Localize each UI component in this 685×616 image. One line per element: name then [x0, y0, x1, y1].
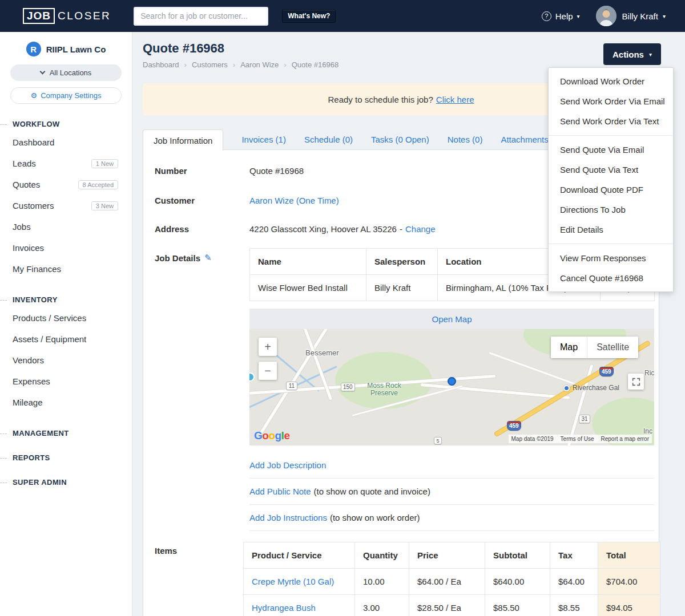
add-public-note-link[interactable]: Add Public Note	[249, 487, 311, 496]
quick-add-rows: Add Job Description Add Public Note (to …	[249, 452, 654, 531]
zoom-in-button[interactable]: +	[259, 338, 277, 356]
add-public-note-row: Add Public Note (to show on quote and in…	[249, 479, 654, 505]
sidebar-item-assets-equipment[interactable]: Assets / Equipment	[0, 329, 132, 350]
menu-item-send-quote-email[interactable]: Send Quote Via Email	[549, 140, 673, 160]
menu-item-send-work-order-email[interactable]: Send Work Order Via Email	[549, 91, 673, 111]
terms-of-use-link[interactable]: Terms of Use	[561, 436, 594, 442]
menu-item-view-form-responses[interactable]: View Form Responses	[549, 248, 673, 268]
item-subtotal: $85.50	[485, 595, 550, 616]
google-map[interactable]: Bessemer Moss Rock Preserve Riverchase G…	[249, 329, 654, 445]
chevron-down-icon: ▾	[649, 51, 652, 58]
sidebar-item-customers[interactable]: Customers 3 New	[0, 195, 132, 216]
section-reports[interactable]: REPORTS	[0, 453, 132, 462]
add-job-description-link[interactable]: Add Job Description	[249, 460, 326, 470]
customer-link[interactable]: Aaron Wize (One Time)	[249, 196, 339, 205]
tab-tasks[interactable]: Tasks (0 Open)	[371, 135, 429, 144]
count-badge: 1 New	[91, 159, 118, 168]
item-product-link[interactable]: Crepe Myrtle (10 Gal)	[252, 577, 334, 586]
map-view-button[interactable]: Map	[551, 337, 587, 358]
sidebar-item-quotes[interactable]: Quotes 8 Accepted	[0, 174, 132, 195]
avatar-silhouette	[596, 6, 616, 26]
user-avatar[interactable]	[596, 6, 616, 26]
whats-new-button[interactable]: What's New?	[282, 9, 336, 23]
item-quantity: 3.00	[355, 595, 409, 616]
route-shield-11: 11	[286, 382, 297, 390]
menu-item-edit-details[interactable]: Edit Details	[549, 220, 673, 240]
tab-invoices[interactable]: Invoices (1)	[241, 135, 286, 144]
item-total: $94.05	[598, 595, 660, 616]
item-product-link[interactable]: Hydrangea Bush	[252, 603, 316, 613]
edit-pencil-icon[interactable]: ✎	[204, 253, 212, 263]
help-menu[interactable]: ? Help ▾	[542, 11, 580, 21]
item-subtotal: $640.00	[485, 569, 550, 595]
col-salesperson: Salesperson	[366, 249, 438, 275]
address-separator: -	[400, 224, 402, 234]
actions-button[interactable]: Actions ▾	[603, 43, 661, 65]
menu-divider	[549, 244, 673, 244]
menu-item-download-quote-pdf[interactable]: Download Quote PDF	[549, 180, 673, 200]
open-map-bar: Open Map	[249, 309, 654, 329]
logo-job-box: JOB	[23, 8, 55, 24]
tab-notes[interactable]: Notes (0)	[448, 135, 483, 144]
sidebar-item-mileage[interactable]: Mileage	[0, 392, 132, 413]
jobcloser-logo[interactable]: JOB CLOSER	[23, 8, 111, 24]
address-change-link[interactable]: Change	[405, 224, 436, 234]
add-job-instructions-link[interactable]: Add Job Instructions	[249, 513, 327, 522]
tab-job-information[interactable]: Job Information	[143, 129, 223, 151]
chevron-down-icon	[39, 69, 45, 75]
sidebar-item-jobs[interactable]: Jobs	[0, 216, 132, 237]
user-menu[interactable]: Billy Kraft ▾	[622, 11, 666, 21]
zoom-out-button[interactable]: −	[259, 362, 277, 380]
tab-schedule[interactable]: Schedule (0)	[304, 135, 353, 144]
satellite-view-button[interactable]: Satellite	[587, 337, 638, 358]
section-super-admin[interactable]: SUPER ADMIN	[0, 478, 132, 487]
breadcrumb-current: Quote #16968	[292, 60, 339, 69]
sidebar-item-leads[interactable]: Leads 1 New	[0, 153, 132, 174]
interstate-shield-459: 459	[599, 367, 614, 376]
navbar-right: ? Help ▾ Billy Kraft ▾	[542, 6, 666, 26]
count-badge: 8 Accepted	[78, 180, 118, 189]
chevron-right-icon: ›	[284, 60, 286, 69]
open-map-link[interactable]: Open Map	[432, 314, 472, 324]
report-map-error-link[interactable]: Report a map error	[601, 436, 649, 442]
top-navbar: JOB CLOSER What's New? ? Help ▾ Billy Kr…	[0, 0, 685, 32]
menu-item-download-work-order[interactable]: Download Work Order	[549, 71, 673, 91]
page-title: Quote #16968	[143, 41, 224, 56]
menu-item-cancel-quote[interactable]: Cancel Quote #16968	[549, 268, 673, 288]
col-product-service: Product / Service	[244, 542, 355, 569]
company-settings-button[interactable]: ⚙ Company Settings	[10, 87, 122, 104]
sidebar-item-my-finances[interactable]: My Finances	[0, 258, 132, 279]
fullscreen-button[interactable]	[628, 374, 644, 390]
job-location-marker[interactable]	[448, 377, 456, 386]
job-name: Wise Flower Bed Install	[250, 275, 366, 301]
fullscreen-icon	[632, 378, 640, 386]
help-label: Help	[555, 11, 573, 21]
route-shield-31: 31	[579, 415, 590, 423]
breadcrumb-customers[interactable]: Customers	[192, 60, 228, 69]
map-section: Open Map Bessemer Moss Rock P	[249, 309, 654, 445]
map-label-moss-rock-preserve: Moss Rock Preserve	[361, 382, 407, 397]
menu-item-send-quote-text[interactable]: Send Quote Via Text	[549, 160, 673, 180]
logo-closer-text: CLOSER	[58, 10, 111, 22]
job-details-label-row: Job Details ✎	[155, 253, 212, 263]
banner-click-here-link[interactable]: Click here	[436, 95, 474, 104]
map-poi-riverchase: Riverchase Gal	[563, 384, 619, 392]
breadcrumb-customer-name[interactable]: Aaron Wize	[240, 60, 279, 69]
google-logo[interactable]: Google	[254, 429, 289, 442]
menu-item-send-work-order-text[interactable]: Send Work Order Via Text	[549, 111, 673, 131]
breadcrumb-dashboard[interactable]: Dashboard	[143, 60, 179, 69]
sidebar-item-products-services[interactable]: Products / Services	[0, 307, 132, 329]
sidebar-item-vendors[interactable]: Vendors	[0, 350, 132, 371]
sidebar-item-dashboard[interactable]: Dashboard	[0, 132, 132, 153]
add-job-instructions-row: Add Job Instructions (to show on work or…	[249, 505, 654, 531]
sidebar-item-invoices[interactable]: Invoices	[0, 237, 132, 258]
search-input[interactable]	[134, 7, 268, 26]
location-selector[interactable]: All Locations	[10, 64, 122, 81]
sidebar-item-expenses[interactable]: Expenses	[0, 371, 132, 392]
menu-item-directions-to-job[interactable]: Directions To Job	[549, 200, 673, 220]
add-public-note-hint: (to show on quote and invoice)	[314, 487, 430, 496]
section-management[interactable]: MANAGEMENT	[0, 429, 132, 437]
help-icon: ?	[542, 11, 551, 21]
map-attribution: Map data ©2019 Terms of Use Report a map…	[509, 435, 652, 443]
user-name-label: Billy Kraft	[622, 11, 658, 21]
